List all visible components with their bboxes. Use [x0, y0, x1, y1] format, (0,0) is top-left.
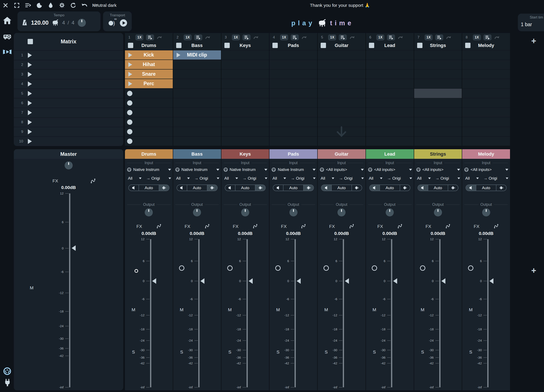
gain-value[interactable]: 0.00dB: [318, 231, 366, 236]
fader-handle[interactable]: [393, 278, 397, 284]
empty-slot-record-dot[interactable]: [127, 91, 132, 96]
channel-filter-value[interactable]: All: [176, 176, 187, 181]
clip-slot[interactable]: [414, 60, 462, 70]
dark-mode-icon[interactable]: [36, 2, 42, 8]
clip-repeat-button[interactable]: 1X: [473, 35, 481, 40]
chevron-down-icon[interactable]: [217, 178, 219, 179]
chevron-down-icon[interactable]: [332, 178, 334, 179]
clip-slot[interactable]: [318, 79, 366, 89]
chevron-down-icon[interactable]: [428, 178, 431, 179]
chevron-down-icon[interactable]: [380, 178, 383, 179]
close-icon[interactable]: [3, 2, 8, 8]
solo-button[interactable]: S: [421, 350, 424, 355]
track-actions-button[interactable]: [146, 35, 154, 40]
channel-filter-value[interactable]: All: [465, 176, 476, 181]
gain-value[interactable]: 0.00dB: [221, 231, 269, 236]
clip-slot[interactable]: [269, 89, 317, 98]
record-arm-button[interactable]: [372, 265, 377, 271]
fx-button[interactable]: FX: [474, 224, 479, 229]
clip-slot[interactable]: [414, 70, 462, 79]
fx-button[interactable]: FX: [329, 224, 335, 229]
chevron-down-icon[interactable]: [169, 178, 171, 179]
clip-slot[interactable]: [366, 89, 414, 98]
clip-slot[interactable]: [125, 117, 173, 127]
clip-slot[interactable]: [221, 98, 269, 108]
monitor-auto-button[interactable]: Auto: [187, 185, 207, 191]
record-arm-button[interactable]: [324, 265, 329, 271]
clip-slot[interactable]: [125, 137, 173, 146]
redo-dim-icon[interactable]: [205, 35, 210, 40]
input-device-dropdown[interactable]: Native Instrum: [127, 167, 171, 173]
chevron-down-icon[interactable]: [457, 178, 460, 179]
cable-icon[interactable]: [349, 224, 355, 229]
clip-slot[interactable]: [173, 127, 221, 137]
track-actions-button[interactable]: [435, 35, 443, 40]
time-signature-numerator[interactable]: 4: [62, 20, 65, 26]
mute-button[interactable]: M: [324, 307, 328, 312]
mixer-track-name[interactable]: Bass: [173, 149, 221, 159]
output-knob[interactable]: [386, 208, 394, 216]
clip-slot[interactable]: [366, 70, 414, 79]
monitor-auto-button[interactable]: Auto: [236, 185, 255, 191]
monitor-off-button[interactable]: [321, 185, 332, 191]
clip-slot[interactable]: [462, 98, 510, 108]
fader-handle[interactable]: [249, 278, 253, 284]
clip-slot[interactable]: [318, 70, 366, 79]
clip-repeat-button[interactable]: 1X: [183, 35, 192, 40]
gain-value[interactable]: 0.00dB: [173, 231, 221, 236]
redo-dim-icon[interactable]: [349, 35, 355, 40]
clip-slot[interactable]: [221, 50, 269, 60]
monitor-auto-button[interactable]: Auto: [284, 185, 303, 191]
tempo-knob[interactable]: [78, 19, 86, 27]
clip-repeat-button[interactable]: 1X: [328, 35, 336, 40]
track-actions-button[interactable]: [291, 35, 299, 40]
input-device-dropdown[interactable]: <All inputs>: [464, 167, 508, 173]
home-icon[interactable]: [3, 16, 12, 25]
monitor-on-button[interactable]: [496, 185, 506, 191]
redo-dim-icon[interactable]: [301, 35, 307, 40]
clip-play-button[interactable]: [177, 53, 180, 57]
clip-slot[interactable]: [366, 108, 414, 117]
master-routing-icon[interactable]: [90, 178, 96, 184]
clip-slot[interactable]: [269, 50, 317, 60]
track-name[interactable]: Melody: [462, 43, 510, 48]
clip-slot[interactable]: [366, 137, 414, 146]
cable-icon[interactable]: [204, 224, 210, 229]
fullscreen-icon[interactable]: [14, 2, 20, 8]
redo-dim-icon[interactable]: [398, 35, 403, 40]
clip-slot[interactable]: [462, 60, 510, 70]
clip-slot[interactable]: [173, 89, 221, 98]
clip[interactable]: Perc: [125, 79, 173, 88]
track-actions-button[interactable]: [387, 35, 395, 40]
queue-icon[interactable]: [25, 2, 31, 8]
clip-slot[interactable]: [173, 98, 221, 108]
track-name[interactable]: Keys: [221, 43, 269, 48]
solo-button[interactable]: S: [325, 350, 328, 355]
monitor-auto-button[interactable]: Auto: [139, 185, 159, 191]
mute-button[interactable]: M: [228, 307, 232, 312]
theme-icon[interactable]: [47, 2, 53, 8]
clip-slot[interactable]: [269, 137, 317, 146]
track-actions-button[interactable]: [484, 35, 491, 40]
start-timing-value[interactable]: 1 bar: [518, 20, 544, 27]
midi-connector-icon[interactable]: [3, 367, 12, 375]
clip-play-button[interactable]: [128, 62, 132, 67]
master-gain-value[interactable]: 0.00dB: [14, 185, 123, 190]
fader-handle[interactable]: [297, 278, 301, 284]
monitor-auto-button[interactable]: Auto: [332, 185, 351, 191]
clip-slot[interactable]: [414, 89, 462, 98]
clip-slot[interactable]: Snare: [125, 70, 173, 79]
chevron-down-icon[interactable]: [361, 178, 364, 179]
refresh-icon[interactable]: [70, 2, 76, 8]
clip-repeat-button[interactable]: 1X: [232, 35, 240, 40]
fader-handle[interactable]: [441, 278, 445, 284]
clip-slot[interactable]: Hihat: [125, 60, 173, 70]
fx-button[interactable]: FX: [136, 224, 142, 229]
chevron-down-icon[interactable]: [476, 178, 479, 179]
empty-slot-record-dot[interactable]: [127, 100, 132, 106]
clip-slot[interactable]: [269, 108, 317, 117]
scene-play-button[interactable]: [28, 101, 32, 106]
clip-slot[interactable]: [462, 89, 510, 98]
track-name[interactable]: Bass: [173, 43, 221, 48]
clip[interactable]: Snare: [125, 70, 173, 79]
